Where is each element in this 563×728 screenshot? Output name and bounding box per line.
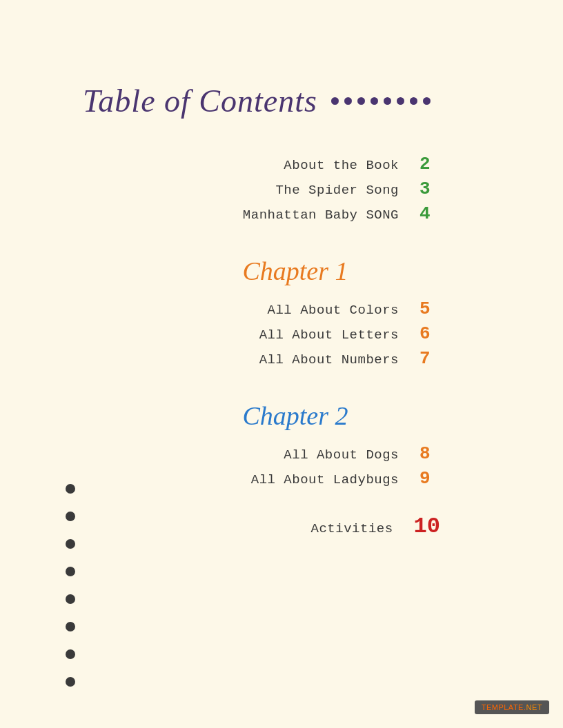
- toc-number-ladybugs: 9: [419, 468, 440, 489]
- toc-item-numbers: All About Numbers 7: [150, 348, 440, 369]
- chapter2-section: Chapter 2 All About Dogs 8 All About Lad…: [83, 394, 508, 493]
- bullet-6: [66, 622, 75, 631]
- toc-number-manhattan-baby: 4: [419, 203, 440, 224]
- page: Table of Contents About the Book 2 The S…: [0, 0, 563, 728]
- activities-section: Activities 10: [83, 514, 508, 543]
- intro-section: About the Book 2 The Spider Song 3 Manha…: [83, 154, 508, 228]
- toc-number-dogs: 8: [419, 443, 440, 464]
- dot-7: [410, 97, 417, 105]
- toc-number-activities: 10: [414, 514, 440, 539]
- toc-label-spider-song: The Spider Song: [275, 183, 399, 198]
- title-section: Table of Contents: [83, 83, 508, 119]
- toc-number-spider-song: 3: [419, 179, 440, 199]
- bullet-2: [66, 512, 75, 521]
- dot-8: [423, 97, 431, 105]
- dot-5: [384, 97, 391, 105]
- bullet-list: [66, 484, 75, 687]
- toc-number-colors: 5: [419, 299, 440, 319]
- toc-number-about-the-book: 2: [419, 154, 440, 174]
- toc-item-spider-song: The Spider Song 3: [150, 179, 440, 199]
- bullet-8: [66, 677, 75, 687]
- template-badge: TEMPLATE.NET: [475, 700, 549, 714]
- bullet-1: [66, 484, 75, 494]
- chapter1-section: Chapter 1 All About Colors 5 All About L…: [83, 249, 508, 373]
- dot-6: [397, 97, 404, 105]
- toc-label-ladybugs: All About Ladybugs: [251, 472, 399, 487]
- dot-2: [344, 97, 352, 105]
- toc-number-numbers: 7: [419, 348, 440, 369]
- toc-label-about-the-book: About the Book: [284, 158, 399, 173]
- toc-label-activities: Activities: [311, 521, 393, 536]
- template-badge-accent: NET: [526, 703, 543, 711]
- dot-4: [371, 97, 378, 105]
- toc-item-dogs: All About Dogs 8: [150, 443, 440, 464]
- toc-number-letters: 6: [419, 323, 440, 344]
- bullet-5: [66, 594, 75, 604]
- toc-label-dogs: All About Dogs: [284, 447, 399, 463]
- toc-item-colors: All About Colors 5: [150, 299, 440, 319]
- toc-label-manhattan-baby: Manhattan Baby SONG: [243, 208, 399, 223]
- bullet-3: [66, 539, 75, 549]
- toc-item-letters: All About Letters 6: [150, 323, 440, 344]
- bullet-4: [66, 567, 75, 576]
- toc-content: About the Book 2 The Spider Song 3 Manha…: [83, 154, 508, 564]
- toc-label-colors: All About Colors: [268, 303, 399, 318]
- template-badge-text: TEMPLATE.NET: [482, 703, 542, 711]
- chapter2-heading: Chapter 2: [242, 401, 348, 431]
- toc-item-manhattan-baby: Manhattan Baby SONG 4: [150, 203, 440, 224]
- dot-3: [357, 97, 365, 105]
- dot-1: [331, 97, 339, 105]
- toc-item-activities: Activities 10: [150, 514, 440, 539]
- toc-label-letters: All About Letters: [259, 327, 399, 343]
- toc-item-about-the-book: About the Book 2: [150, 154, 440, 174]
- chapter1-heading: Chapter 1: [242, 256, 348, 286]
- toc-item-ladybugs: All About Ladybugs 9: [150, 468, 440, 489]
- title-dots: [331, 97, 431, 105]
- page-title: Table of Contents: [83, 83, 317, 119]
- bullet-7: [66, 649, 75, 659]
- toc-label-numbers: All About Numbers: [259, 352, 399, 367]
